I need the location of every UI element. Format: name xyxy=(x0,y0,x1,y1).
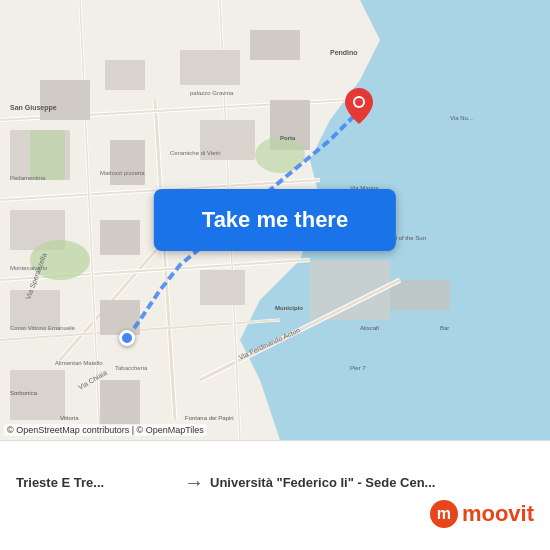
origin-marker xyxy=(119,330,135,346)
bottom-bar: Trieste E Tre... → Università "Federico … xyxy=(0,440,550,550)
svg-rect-35 xyxy=(100,300,140,335)
svg-text:Aliscafi: Aliscafi xyxy=(360,325,379,331)
svg-rect-36 xyxy=(200,270,245,305)
svg-text:Pier 7: Pier 7 xyxy=(350,365,366,371)
destination-label: Università "Federico Ii" - Sede Cen... xyxy=(210,475,534,490)
svg-text:Tabaccheria: Tabaccheria xyxy=(115,365,148,371)
svg-text:Sorbonica: Sorbonica xyxy=(10,390,38,396)
svg-text:Corso Vittorio Emanuele: Corso Vittorio Emanuele xyxy=(10,325,76,331)
svg-rect-23 xyxy=(105,60,145,90)
svg-text:Montecalvario: Montecalvario xyxy=(10,265,48,271)
svg-text:San Giuseppe: San Giuseppe xyxy=(10,104,57,112)
svg-text:palazzo Gravina: palazzo Gravina xyxy=(190,90,234,96)
svg-text:Pendino: Pendino xyxy=(330,49,358,56)
svg-rect-40 xyxy=(30,130,65,180)
take-me-there-button[interactable]: Take me there xyxy=(154,189,396,251)
svg-rect-25 xyxy=(180,50,240,85)
moovit-text: moovit xyxy=(462,501,534,527)
map-container: Via Speranzella Via Chiaia Via Ferdinand… xyxy=(0,0,550,440)
origin-label: Trieste E Tre... xyxy=(16,475,178,490)
svg-text:Porta: Porta xyxy=(280,135,296,141)
svg-text:Alimentari Matello: Alimentari Matello xyxy=(55,360,103,366)
svg-rect-26 xyxy=(250,30,300,60)
moovit-m-letter: m xyxy=(437,505,451,523)
map-copyright: © OpenStreetMap contributors | © OpenMap… xyxy=(4,424,207,436)
svg-point-41 xyxy=(255,137,305,173)
svg-rect-38 xyxy=(100,380,140,425)
destination-marker xyxy=(345,88,373,124)
moovit-logo-row: m moovit xyxy=(16,500,534,534)
svg-point-69 xyxy=(355,98,363,106)
svg-rect-32 xyxy=(100,220,140,255)
svg-text:Mattozzi pizzeria: Mattozzi pizzeria xyxy=(100,170,145,176)
svg-rect-28 xyxy=(110,140,145,185)
svg-rect-24 xyxy=(40,80,90,120)
svg-text:Bar: Bar xyxy=(440,325,449,331)
svg-text:Vittoria: Vittoria xyxy=(60,415,79,421)
svg-rect-34 xyxy=(10,290,60,330)
svg-text:Municipio: Municipio xyxy=(275,305,303,311)
bottom-content: Trieste E Tre... → Università "Federico … xyxy=(16,457,534,534)
svg-text:Pedamentina: Pedamentina xyxy=(10,175,46,181)
svg-text:Via Nu...: Via Nu... xyxy=(450,115,473,121)
svg-text:Ceramiche di Vietri: Ceramiche di Vietri xyxy=(170,150,221,156)
arrow-icon: → xyxy=(184,471,204,494)
route-row: Trieste E Tre... → Università "Federico … xyxy=(16,457,534,500)
moovit-logo-circle: m xyxy=(430,500,458,528)
svg-rect-4 xyxy=(390,280,450,310)
svg-text:Fontana dei Papiri: Fontana dei Papiri xyxy=(185,415,234,421)
